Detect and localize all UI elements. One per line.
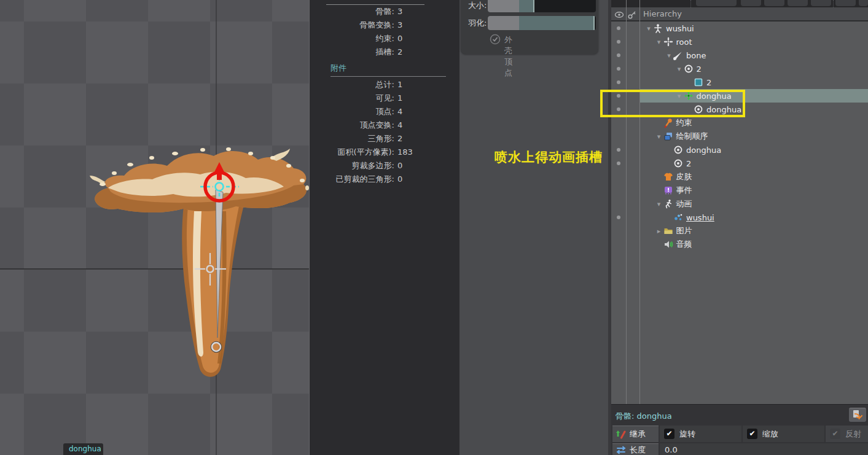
visibility-dot[interactable] [617,26,620,30]
editor-viewport[interactable]: donghua [0,0,309,455]
inherit-button[interactable]: 继承 [612,426,659,442]
bone-circle-icon [684,64,694,74]
hierarchy-title: Hierarchy [643,9,682,18]
tree-item-draworder-2[interactable]: 2 [611,157,868,170]
bone-panel-title: 骨骼: donghua [616,411,672,422]
visibility-dot[interactable] [617,53,620,57]
key-icon[interactable] [627,10,637,20]
length-value-cell[interactable]: 0.0 [660,443,868,455]
image-attachment-icon [694,77,703,87]
event-icon [663,185,673,195]
hierarchy-tree: ▾ wushui ▾ root ▾ bone ▾ 2 2 ▾ dongh [611,21,868,404]
visibility-dot[interactable] [617,67,620,71]
collapse-arrow[interactable]: ▸ [655,227,663,235]
rotate-checkbox[interactable]: ✔ [664,429,674,439]
expand-arrow[interactable]: ▾ [644,25,653,33]
toolbar-button[interactable] [741,0,761,6]
toolbar-button[interactable] [788,0,808,6]
tree-item-animation-wushui[interactable]: wushui [611,211,868,224]
visibility-dot[interactable] [617,216,620,219]
length-icon [616,445,627,455]
rotate-inherit-cell: ✔ 旋转 [660,426,741,442]
bone-icon [673,50,683,60]
tree-item-bone-2[interactable]: ▾ 2 [611,62,868,76]
length-value: 0.0 [665,445,678,454]
expand-arrow[interactable]: ▾ [675,65,684,73]
feather-slider-row: 羽化: [461,16,598,30]
stat-row: 插槽:2 [310,45,460,59]
tree-item-skeleton-wushui[interactable]: ▾ wushui [611,21,868,35]
toolbar-separator [690,0,691,7]
feather-slider[interactable] [488,16,596,30]
tree-item-bone[interactable]: ▾ bone [611,49,868,62]
top-toolbar-strip [611,0,868,7]
tree-item-root[interactable]: ▾ root [611,35,868,49]
stat-row: 约束:0 [310,32,460,45]
hull-vertices-checkbox[interactable] [490,34,501,47]
stat-row: 三角形:2 [310,132,460,146]
hierarchy-header: Hierarchy [611,7,868,21]
tree-item-draw-order[interactable]: ▾ 绘制顺序 [611,130,868,143]
visibility-dot[interactable] [617,148,620,152]
toolbar-button[interactable] [835,0,856,6]
audio-icon [663,239,673,249]
copy-pose-button[interactable] [849,408,866,422]
size-slider-handle[interactable] [488,0,519,12]
water-splash-art [90,147,309,377]
stat-row: 总计:1 [310,78,460,91]
stat-row: 顶点:4 [310,105,460,119]
tree-item-animations[interactable]: ▾ 动画 [611,197,868,211]
size-slider[interactable] [488,0,596,12]
tree-item-skins[interactable]: 皮肤 [611,170,868,184]
expand-arrow[interactable]: ▾ [655,200,663,208]
length-button[interactable]: 长度 [612,443,659,455]
brush-options-panel: 大小: 羽化: 外壳顶点 [461,0,598,54]
expand-arrow[interactable]: ▾ [655,133,663,141]
tree-item-events[interactable]: 事件 [611,184,868,197]
draw-order-icon [663,131,673,141]
scale-checkbox[interactable]: ✔ [747,429,757,439]
expand-arrow[interactable]: ▾ [665,52,673,60]
scale-label: 缩放 [762,429,778,440]
toolbar-separator [833,0,834,7]
toolbar-button[interactable] [859,0,868,6]
scale-inherit-cell: ✔ 缩放 [743,426,824,442]
visibility-dot[interactable] [617,40,620,44]
tree-item-audio[interactable]: 音频 [611,238,868,251]
toolbar-button[interactable] [696,0,737,6]
viewport-selection-label: donghua [63,443,103,455]
tree-item-draworder-donghua[interactable]: donghua [611,143,868,157]
paste-icon [849,408,865,421]
tree-item-images[interactable]: ▸ 图片 [611,224,868,238]
tree-item-constraints[interactable]: 约束 [611,116,868,130]
stat-row: 剪裁多边形:0 [310,159,460,173]
toolbar-button[interactable] [764,0,784,6]
size-label: 大小: [468,0,487,11]
inherit-label: 继承 [630,429,646,440]
size-slider-fill [519,0,534,12]
feather-slider-fill [519,16,595,30]
visibility-dot[interactable] [617,80,620,84]
eye-icon[interactable] [614,10,624,20]
attachments-section-header: 附件 [330,63,346,74]
bone-circle-icon [673,145,683,155]
stat-row: 骨骼变换:3 [310,18,460,32]
animation-clip-icon [673,212,683,222]
feather-slider-handle[interactable] [488,16,519,30]
toolbar-button[interactable] [811,0,831,6]
reflect-inherit-cell: ✔ 反射 [826,426,868,442]
stat-row: 骨骼:3 [310,5,460,18]
reflect-checkbox[interactable]: ✔ [830,429,840,439]
size-slider-row: 大小: [461,0,598,12]
length-label: 长度 [630,445,646,455]
stat-row: 顶点变换:4 [310,119,460,132]
stat-row: 已剪裁的三角形:0 [310,173,460,186]
skin-icon [663,172,673,182]
inherit-icon [616,429,627,439]
hull-vertices-label: 外壳顶点 [504,34,512,79]
tree-item-image-2[interactable]: 2 [611,76,868,89]
visibility-dot[interactable] [617,161,620,165]
feather-label: 羽化: [468,18,487,29]
expand-arrow[interactable]: ▾ [655,38,663,46]
stat-row: 可见:1 [310,91,460,105]
